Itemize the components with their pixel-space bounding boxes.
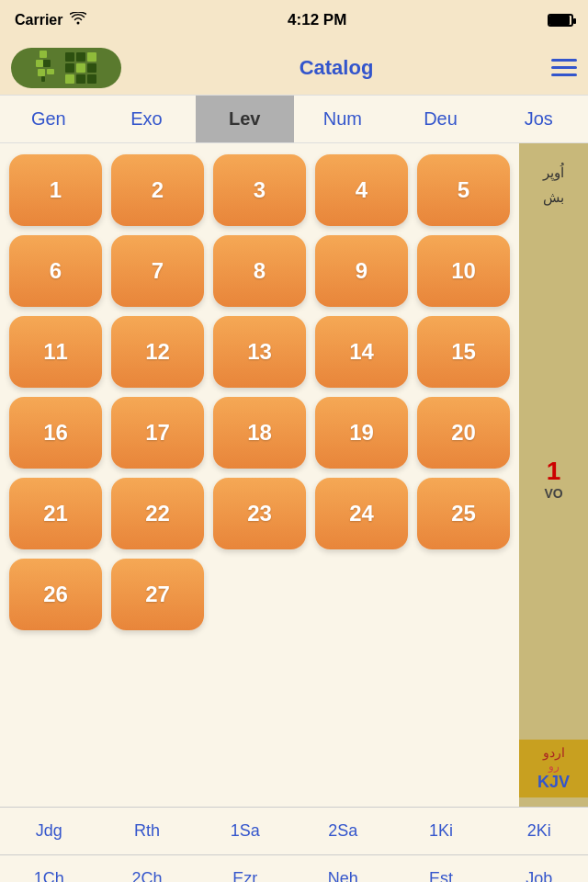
side-red-number: 1 <box>544 457 562 486</box>
side-number: 1 VO <box>544 457 562 501</box>
book-tab-num[interactable]: Num <box>294 96 392 142</box>
bottom-book-row-2: 1Ch2ChEzrNehEstJob <box>0 854 588 882</box>
book-tab-deu[interactable]: Deu <box>392 96 491 142</box>
bottom-book-tab-neh[interactable]: Neh <box>294 862 392 882</box>
bottom-book-tab-est[interactable]: Est <box>392 862 491 882</box>
logo-grid-icon <box>65 52 96 84</box>
bottom-book-tab-job[interactable]: Job <box>490 862 588 882</box>
status-bar: Carrier 4:12 PM <box>0 0 588 40</box>
chapter-button-14[interactable]: 14 <box>315 316 408 388</box>
chapter-button-12[interactable]: 12 <box>111 316 204 388</box>
side-urdu-sub: رو <box>523 760 584 773</box>
chapter-button-26[interactable]: 26 <box>9 559 102 630</box>
bottom-book-tab-ezr[interactable]: Ezr <box>196 862 294 882</box>
logo-tree-icon <box>36 51 62 85</box>
svg-rect-0 <box>40 51 47 58</box>
chapter-button-23[interactable]: 23 <box>213 478 306 549</box>
status-left: Carrier <box>15 12 86 28</box>
chapter-button-6[interactable]: 6 <box>9 235 102 307</box>
status-right <box>548 14 573 27</box>
bottom-book-row-1: JdgRth1Sa2Sa1Ki2Ki <box>0 807 588 854</box>
chapter-button-24[interactable]: 24 <box>315 478 408 549</box>
svg-rect-1 <box>36 60 43 67</box>
bottom-book-tab-1ki[interactable]: 1Ki <box>392 814 491 848</box>
wifi-icon <box>70 12 86 28</box>
chapter-button-2[interactable]: 2 <box>111 154 204 226</box>
book-tab-gen[interactable]: Gen <box>0 96 98 142</box>
chapter-button-10[interactable]: 10 <box>417 235 510 307</box>
chapter-button-7[interactable]: 7 <box>111 235 204 307</box>
chapter-button-25[interactable]: 25 <box>417 478 510 549</box>
chapter-button-21[interactable]: 21 <box>9 478 102 549</box>
app-logo[interactable] <box>11 48 121 88</box>
chapter-button-18[interactable]: 18 <box>213 397 306 469</box>
chapter-button-22[interactable]: 22 <box>111 478 204 549</box>
bottom-book-tab-1ch[interactable]: 1Ch <box>0 862 98 882</box>
chapter-button-27[interactable]: 27 <box>111 559 204 630</box>
main-content: 1234567891011121314151617181920212223242… <box>0 143 588 807</box>
bottom-book-tab-rth[interactable]: Rth <box>98 814 197 848</box>
bottom-book-tab-2ch[interactable]: 2Ch <box>98 862 197 882</box>
chapter-button-1[interactable]: 1 <box>9 154 102 226</box>
chapter-button-8[interactable]: 8 <box>213 235 306 307</box>
svg-rect-5 <box>41 76 45 82</box>
side-bottom-box: اردو رو KJV <box>519 740 588 797</box>
bottom-book-tab-1sa[interactable]: 1Sa <box>196 814 294 848</box>
header-title: Catalog <box>300 56 374 80</box>
book-tabs-row: GenExoLevNumDeuJos <box>0 96 588 143</box>
menu-line-2 <box>551 66 577 69</box>
chapter-button-19[interactable]: 19 <box>315 397 408 469</box>
chapter-button-15[interactable]: 15 <box>417 316 510 388</box>
chapter-button-4[interactable]: 4 <box>315 154 408 226</box>
chapter-button-11[interactable]: 11 <box>9 316 102 388</box>
chapter-button-20[interactable]: 20 <box>417 397 510 469</box>
carrier-label: Carrier <box>15 12 62 28</box>
side-panel: اُوپر بش 1 VO اردو رو KJV <box>519 143 588 807</box>
menu-button[interactable] <box>551 59 577 76</box>
status-time: 4:12 PM <box>288 11 346 29</box>
svg-rect-4 <box>47 69 54 74</box>
book-tab-jos[interactable]: Jos <box>490 96 588 142</box>
svg-rect-2 <box>43 60 51 67</box>
chapter-grid-area: 1234567891011121314151617181920212223242… <box>0 143 519 807</box>
battery-icon <box>548 14 573 27</box>
chapter-button-5[interactable]: 5 <box>417 154 510 226</box>
chapter-button-17[interactable]: 17 <box>111 397 204 469</box>
chapter-button-9[interactable]: 9 <box>315 235 408 307</box>
menu-line-1 <box>551 59 577 62</box>
side-urdu-label: اردو <box>523 745 584 760</box>
menu-line-3 <box>551 74 577 76</box>
chapter-button-3[interactable]: 3 <box>213 154 306 226</box>
book-tab-exo[interactable]: Exo <box>98 96 197 142</box>
chapter-button-13[interactable]: 13 <box>213 316 306 388</box>
side-arabic-text: اُوپر بش <box>543 160 564 209</box>
side-kjv: KJV <box>523 773 584 792</box>
bottom-book-tab-2sa[interactable]: 2Sa <box>294 814 392 848</box>
bottom-book-tab-2ki[interactable]: 2Ki <box>490 814 588 848</box>
chapter-grid: 1234567891011121314151617181920212223242… <box>9 154 510 630</box>
book-tab-lev[interactable]: Lev <box>196 96 294 142</box>
bottom-book-tab-jdg[interactable]: Jdg <box>0 814 98 848</box>
header: Catalog <box>0 40 588 96</box>
chapter-button-16[interactable]: 16 <box>9 397 102 469</box>
svg-rect-3 <box>38 69 45 76</box>
side-vol: VO <box>544 486 562 501</box>
